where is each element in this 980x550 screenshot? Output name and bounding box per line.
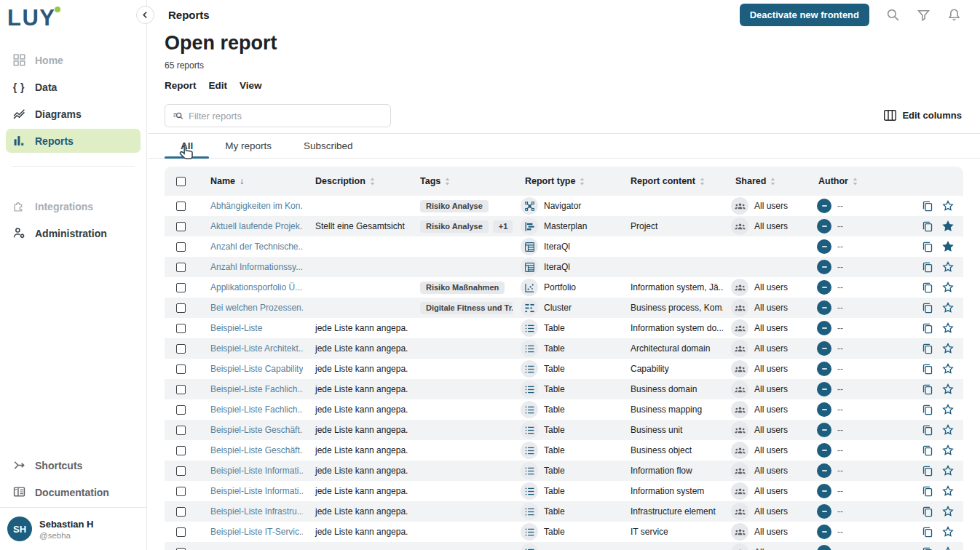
menu-edit[interactable]: Edit [209, 80, 228, 91]
table-row[interactable]: Beispiel-Liste Fachlich... jede Liste ka… [165, 379, 963, 399]
table-row[interactable]: Beispiel-Liste jede Liste kann angepa...… [165, 318, 963, 338]
star-icon[interactable] [942, 465, 954, 477]
report-name-link[interactable]: Beispiel-Liste Geschäft... [197, 445, 303, 455]
sidebar-item-diagrams[interactable]: Diagrams [6, 102, 141, 126]
header-name[interactable]: Name ↓ [197, 176, 303, 186]
row-checkbox[interactable] [176, 324, 186, 333]
table-row[interactable]: Beispiel-Liste Informati... jede Liste k… [165, 461, 963, 481]
table-row[interactable]: All users -- [165, 542, 963, 550]
row-checkbox[interactable] [176, 222, 186, 231]
row-checkbox[interactable] [176, 364, 186, 374]
star-icon[interactable] [942, 404, 954, 415]
row-checkbox[interactable] [176, 385, 186, 394]
select-all-checkbox[interactable] [176, 177, 186, 186]
table-row[interactable]: Beispiel-Liste Fachlich... jede Liste ka… [165, 399, 963, 420]
user-card[interactable]: SH Sebastian H @sebha [0, 507, 146, 550]
menu-report[interactable]: Report [165, 80, 197, 91]
table-row[interactable]: Applikationsporfolio Ü... Risiko Maßnahm… [165, 277, 963, 298]
row-checkbox[interactable] [176, 426, 186, 435]
copy-icon[interactable] [922, 383, 933, 395]
header-report-type[interactable]: Report type [513, 176, 618, 186]
header-tags[interactable]: Tags [408, 176, 513, 186]
bell-icon[interactable] [947, 8, 961, 22]
sidebar-item-integrations[interactable]: Integrations [6, 194, 141, 218]
menu-view[interactable]: View [240, 80, 262, 91]
filter-icon[interactable] [917, 8, 930, 22]
sidebar-item-data[interactable]: { } Data [6, 75, 141, 99]
filter-box[interactable] [165, 104, 391, 127]
row-checkbox[interactable] [176, 548, 186, 550]
filter-reports-input[interactable] [189, 111, 383, 121]
sidebar-item-administration[interactable]: Administration [6, 221, 141, 245]
row-checkbox[interactable] [176, 303, 186, 313]
report-name-link[interactable]: Applikationsporfolio Ü... [197, 282, 303, 292]
report-name-link[interactable]: Beispiel-Liste Informati... [197, 486, 303, 496]
table-row[interactable]: Anzahl der Technische... IteraQl [165, 236, 963, 257]
report-name-link[interactable]: Anzahl Informationssy... [197, 262, 303, 272]
table-row[interactable]: Beispiel-Liste Capability jede Liste kan… [165, 359, 963, 379]
report-name-link[interactable]: Aktuell laufende Projek... [197, 221, 303, 231]
report-name-link[interactable]: Bei welchen Prozessen... [197, 303, 303, 313]
row-checkbox[interactable] [176, 466, 186, 476]
sidebar-collapse-button[interactable] [136, 6, 154, 24]
row-checkbox[interactable] [176, 507, 186, 517]
header-shared[interactable]: Shared [723, 176, 806, 186]
report-name-link[interactable]: Beispiel-Liste Informati... [197, 466, 303, 476]
report-name-link[interactable]: Beispiel-Liste Fachlich... [197, 384, 303, 394]
copy-icon[interactable] [922, 424, 933, 436]
star-icon[interactable] [942, 383, 954, 395]
row-checkbox[interactable] [176, 283, 186, 292]
copy-icon[interactable] [922, 546, 933, 550]
row-checkbox[interactable] [176, 344, 186, 354]
table-row[interactable]: Anzahl Informationssy... IteraQl [165, 257, 963, 277]
sidebar-item-home[interactable]: Home [6, 48, 141, 72]
copy-icon[interactable] [922, 404, 933, 415]
table-row[interactable]: Abhängigkeiten im Kon... Risiko Analyse … [165, 196, 963, 216]
deactivate-frontend-button[interactable]: Deactivate new frontend [740, 4, 869, 26]
star-icon[interactable] [942, 363, 954, 375]
copy-icon[interactable] [922, 445, 933, 456]
row-checkbox[interactable] [176, 242, 186, 252]
table-row[interactable]: Beispiel-Liste Infrastru... jede Liste k… [165, 501, 963, 522]
star-icon[interactable] [942, 526, 954, 538]
row-checkbox[interactable] [176, 487, 186, 496]
star-icon[interactable] [942, 424, 954, 436]
search-icon[interactable] [886, 8, 900, 22]
copy-icon[interactable] [922, 506, 933, 517]
report-name-link[interactable]: Beispiel-Liste Geschäft... [197, 425, 303, 435]
table-row[interactable]: Aktuell laufende Projek... Stellt eine G… [165, 216, 963, 236]
copy-icon[interactable] [922, 302, 933, 314]
table-row[interactable]: Bei welchen Prozessen... Digitale Fitnes… [165, 298, 963, 318]
sidebar-item-documentation[interactable]: Documentation [6, 480, 141, 504]
report-name-link[interactable]: Beispiel-Liste Fachlich... [197, 404, 303, 415]
report-name-link[interactable]: Beispiel-Liste IT-Servic... [197, 527, 303, 537]
star-icon[interactable] [942, 302, 954, 314]
copy-icon[interactable] [922, 261, 933, 273]
star-icon[interactable] [942, 200, 954, 212]
row-checkbox[interactable] [176, 405, 186, 415]
copy-icon[interactable] [922, 343, 933, 354]
row-checkbox[interactable] [176, 527, 186, 537]
table-row[interactable]: Beispiel-Liste Informati... jede Liste k… [165, 481, 963, 501]
star-icon[interactable] [942, 546, 954, 550]
report-name-link[interactable]: Beispiel-Liste Capability [197, 364, 303, 374]
report-name-link[interactable]: Abhängigkeiten im Kon... [197, 201, 303, 211]
table-row[interactable]: Beispiel-Liste IT-Servic... jede Liste k… [165, 522, 963, 542]
report-name-link[interactable]: Beispiel-Liste Architekt... [197, 343, 303, 354]
copy-icon[interactable] [922, 526, 933, 538]
table-row[interactable]: Beispiel-Liste Geschäft... jede Liste ka… [165, 440, 963, 461]
tab-subscribed[interactable]: Subscribed [288, 134, 369, 158]
report-name-link[interactable]: Beispiel-Liste [197, 323, 303, 333]
sidebar-item-reports[interactable]: Reports [6, 129, 141, 153]
copy-icon[interactable] [922, 241, 933, 252]
copy-icon[interactable] [922, 465, 933, 477]
copy-icon[interactable] [922, 322, 933, 334]
star-icon[interactable] [942, 485, 954, 497]
tab-all[interactable]: All [165, 134, 209, 158]
table-row[interactable]: Beispiel-Liste Geschäft... jede Liste ka… [165, 420, 963, 440]
star-icon[interactable] [942, 343, 954, 354]
edit-columns-button[interactable]: Edit columns [884, 110, 962, 127]
star-icon[interactable] [942, 261, 954, 273]
report-name-link[interactable]: Anzahl der Technische... [197, 242, 303, 252]
header-report-content[interactable]: Report content [618, 176, 723, 186]
